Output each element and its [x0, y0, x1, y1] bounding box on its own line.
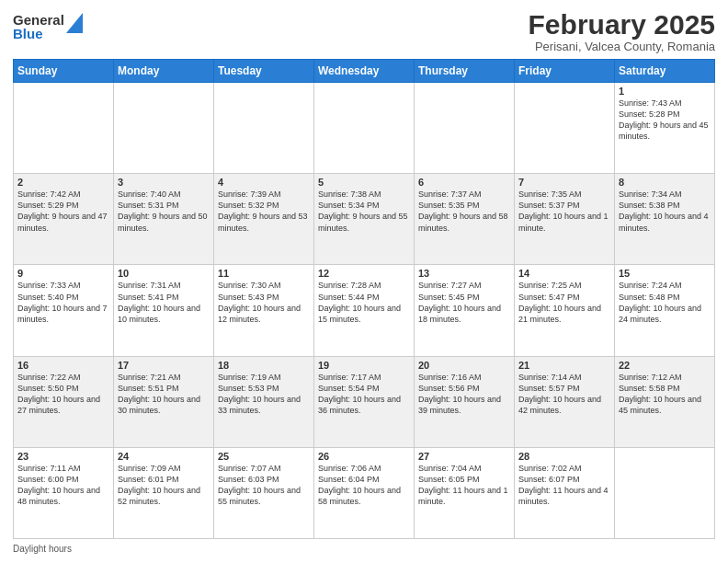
calendar-cell [314, 83, 415, 174]
day-number: 19 [318, 360, 410, 371]
calendar-cell: 26Sunrise: 7:06 AM Sunset: 6:04 PM Dayli… [314, 447, 415, 538]
calendar-cell [114, 83, 214, 174]
calendar-cell [615, 447, 715, 538]
day-number: 4 [218, 177, 310, 188]
calendar-cell: 10Sunrise: 7:31 AM Sunset: 5:41 PM Dayli… [114, 265, 214, 356]
day-info: Sunrise: 7:42 AM Sunset: 5:29 PM Dayligh… [17, 189, 109, 234]
day-info: Sunrise: 7:14 AM Sunset: 5:57 PM Dayligh… [518, 372, 610, 417]
day-number: 7 [518, 177, 610, 188]
calendar-cell: 4Sunrise: 7:39 AM Sunset: 5:32 PM Daylig… [214, 174, 314, 265]
calendar-week-row: 2Sunrise: 7:42 AM Sunset: 5:29 PM Daylig… [14, 174, 715, 265]
calendar-cell: 7Sunrise: 7:35 AM Sunset: 5:37 PM Daylig… [515, 174, 615, 265]
day-info: Sunrise: 7:09 AM Sunset: 6:01 PM Dayligh… [118, 463, 210, 508]
day-number: 21 [518, 360, 610, 371]
calendar-cell: 17Sunrise: 7:21 AM Sunset: 5:51 PM Dayli… [114, 356, 214, 447]
calendar-cell [415, 83, 515, 174]
calendar-cell: 19Sunrise: 7:17 AM Sunset: 5:54 PM Dayli… [314, 356, 415, 447]
day-info: Sunrise: 7:34 AM Sunset: 5:38 PM Dayligh… [619, 189, 711, 234]
day-number: 6 [418, 177, 510, 188]
calendar-cell: 25Sunrise: 7:07 AM Sunset: 6:03 PM Dayli… [214, 447, 314, 538]
calendar-cell: 14Sunrise: 7:25 AM Sunset: 5:47 PM Dayli… [515, 265, 615, 356]
calendar-week-row: 9Sunrise: 7:33 AM Sunset: 5:40 PM Daylig… [14, 265, 715, 356]
day-number: 25 [218, 451, 310, 462]
day-number: 1 [619, 86, 711, 97]
day-number: 14 [518, 268, 610, 279]
svg-marker-0 [66, 13, 83, 33]
day-info: Sunrise: 7:12 AM Sunset: 5:58 PM Dayligh… [619, 372, 711, 417]
subtitle: Perisani, Valcea County, Romania [529, 40, 715, 53]
calendar-cell [214, 83, 314, 174]
calendar-cell: 11Sunrise: 7:30 AM Sunset: 5:43 PM Dayli… [214, 265, 314, 356]
calendar-day-header: Monday [114, 60, 214, 83]
day-number: 16 [17, 360, 109, 371]
calendar-day-header: Friday [515, 60, 615, 83]
logo-icon [66, 13, 83, 33]
day-number: 27 [418, 451, 510, 462]
title-block: February 2025 Perisani, Valcea County, R… [529, 9, 715, 53]
logo: General Blue [13, 13, 83, 40]
calendar-cell: 23Sunrise: 7:11 AM Sunset: 6:00 PM Dayli… [14, 447, 114, 538]
calendar-cell [515, 83, 615, 174]
calendar-cell [14, 83, 114, 174]
day-info: Sunrise: 7:06 AM Sunset: 6:04 PM Dayligh… [318, 463, 410, 508]
day-info: Sunrise: 7:19 AM Sunset: 5:53 PM Dayligh… [218, 372, 310, 417]
day-info: Sunrise: 7:39 AM Sunset: 5:32 PM Dayligh… [218, 189, 310, 234]
calendar-cell: 3Sunrise: 7:40 AM Sunset: 5:31 PM Daylig… [114, 174, 214, 265]
day-number: 15 [619, 268, 711, 279]
daylight-label: Daylight hours [13, 544, 72, 554]
calendar-table: SundayMondayTuesdayWednesdayThursdayFrid… [13, 59, 715, 539]
day-info: Sunrise: 7:40 AM Sunset: 5:31 PM Dayligh… [118, 189, 210, 234]
footer: Daylight hours [13, 544, 715, 554]
calendar-week-row: 23Sunrise: 7:11 AM Sunset: 6:00 PM Dayli… [14, 447, 715, 538]
day-info: Sunrise: 7:28 AM Sunset: 5:44 PM Dayligh… [318, 280, 410, 325]
day-info: Sunrise: 7:16 AM Sunset: 5:56 PM Dayligh… [418, 372, 510, 417]
day-number: 20 [418, 360, 510, 371]
day-info: Sunrise: 7:04 AM Sunset: 6:05 PM Dayligh… [418, 463, 510, 508]
day-info: Sunrise: 7:24 AM Sunset: 5:48 PM Dayligh… [619, 280, 711, 325]
calendar-cell: 2Sunrise: 7:42 AM Sunset: 5:29 PM Daylig… [14, 174, 114, 265]
calendar-day-header: Thursday [415, 60, 515, 83]
day-info: Sunrise: 7:07 AM Sunset: 6:03 PM Dayligh… [218, 463, 310, 508]
month-title: February 2025 [529, 9, 715, 40]
day-info: Sunrise: 7:11 AM Sunset: 6:00 PM Dayligh… [17, 463, 109, 508]
day-number: 2 [17, 177, 109, 188]
calendar-cell: 16Sunrise: 7:22 AM Sunset: 5:50 PM Dayli… [14, 356, 114, 447]
calendar-day-header: Sunday [14, 60, 114, 83]
day-number: 8 [619, 177, 711, 188]
day-info: Sunrise: 7:31 AM Sunset: 5:41 PM Dayligh… [118, 280, 210, 325]
day-info: Sunrise: 7:21 AM Sunset: 5:51 PM Dayligh… [118, 372, 210, 417]
calendar-cell: 27Sunrise: 7:04 AM Sunset: 6:05 PM Dayli… [415, 447, 515, 538]
calendar-cell: 13Sunrise: 7:27 AM Sunset: 5:45 PM Dayli… [415, 265, 515, 356]
day-info: Sunrise: 7:17 AM Sunset: 5:54 PM Dayligh… [318, 372, 410, 417]
day-info: Sunrise: 7:33 AM Sunset: 5:40 PM Dayligh… [17, 280, 109, 325]
logo-text: General Blue [13, 13, 64, 40]
calendar-cell: 20Sunrise: 7:16 AM Sunset: 5:56 PM Dayli… [415, 356, 515, 447]
calendar-cell: 9Sunrise: 7:33 AM Sunset: 5:40 PM Daylig… [14, 265, 114, 356]
calendar-cell: 6Sunrise: 7:37 AM Sunset: 5:35 PM Daylig… [415, 174, 515, 265]
day-number: 26 [318, 451, 410, 462]
day-number: 9 [17, 268, 109, 279]
page: General Blue February 2025 Perisani, Val… [0, 0, 728, 563]
day-number: 18 [218, 360, 310, 371]
day-info: Sunrise: 7:38 AM Sunset: 5:34 PM Dayligh… [318, 189, 410, 234]
calendar-cell: 12Sunrise: 7:28 AM Sunset: 5:44 PM Dayli… [314, 265, 415, 356]
header: General Blue February 2025 Perisani, Val… [13, 9, 715, 53]
day-info: Sunrise: 7:30 AM Sunset: 5:43 PM Dayligh… [218, 280, 310, 325]
calendar-day-header: Tuesday [214, 60, 314, 83]
day-number: 13 [418, 268, 510, 279]
day-info: Sunrise: 7:43 AM Sunset: 5:28 PM Dayligh… [619, 98, 711, 143]
calendar-cell: 18Sunrise: 7:19 AM Sunset: 5:53 PM Dayli… [214, 356, 314, 447]
calendar-cell: 22Sunrise: 7:12 AM Sunset: 5:58 PM Dayli… [615, 356, 715, 447]
calendar-day-header: Wednesday [314, 60, 415, 83]
day-info: Sunrise: 7:25 AM Sunset: 5:47 PM Dayligh… [518, 280, 610, 325]
day-number: 12 [318, 268, 410, 279]
day-info: Sunrise: 7:22 AM Sunset: 5:50 PM Dayligh… [17, 372, 109, 417]
calendar-week-row: 16Sunrise: 7:22 AM Sunset: 5:50 PM Dayli… [14, 356, 715, 447]
day-number: 10 [118, 268, 210, 279]
calendar-cell: 1Sunrise: 7:43 AM Sunset: 5:28 PM Daylig… [615, 83, 715, 174]
calendar-cell: 24Sunrise: 7:09 AM Sunset: 6:01 PM Dayli… [114, 447, 214, 538]
day-number: 23 [17, 451, 109, 462]
day-info: Sunrise: 7:35 AM Sunset: 5:37 PM Dayligh… [518, 189, 610, 234]
calendar-cell: 8Sunrise: 7:34 AM Sunset: 5:38 PM Daylig… [615, 174, 715, 265]
calendar-day-header: Saturday [615, 60, 715, 83]
